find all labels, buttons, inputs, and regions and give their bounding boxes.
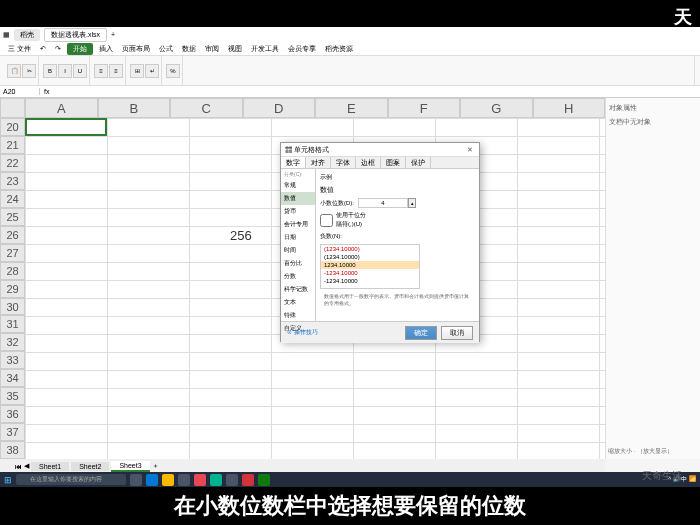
cat-special[interactable]: 特殊	[281, 309, 315, 322]
taskbar-search[interactable]: 在这里输入你要搜索的内容	[16, 474, 126, 485]
row-21[interactable]: 21	[0, 136, 25, 154]
ok-button[interactable]: 确定	[405, 326, 437, 340]
menu-member[interactable]: 会员专享	[285, 43, 319, 55]
row-25[interactable]: 25	[0, 208, 25, 226]
cat-accounting[interactable]: 会计专用	[281, 218, 315, 231]
row-31[interactable]: 31	[0, 315, 25, 333]
menu-view[interactable]: 视图	[225, 43, 245, 55]
row-38[interactable]: 38	[0, 441, 25, 459]
task-icon[interactable]	[242, 474, 254, 486]
italic-button[interactable]: I	[58, 64, 72, 78]
task-icon[interactable]	[210, 474, 222, 486]
format-button[interactable]: %	[166, 64, 180, 78]
merge-button[interactable]: ⊞	[130, 64, 144, 78]
row-37[interactable]: 37	[0, 423, 25, 441]
underline-button[interactable]: U	[73, 64, 87, 78]
cat-date[interactable]: 日期	[281, 231, 315, 244]
col-A[interactable]: A	[25, 98, 98, 118]
col-B[interactable]: B	[98, 98, 171, 118]
row-20[interactable]: 20	[0, 118, 25, 136]
tab-number[interactable]: 数字	[281, 157, 306, 168]
sheet-tab-3[interactable]: Sheet3	[111, 461, 149, 472]
row-29[interactable]: 29	[0, 280, 25, 298]
cat-fraction[interactable]: 分数	[281, 270, 315, 283]
row-30[interactable]: 30	[0, 298, 25, 316]
spinner-up-icon[interactable]: ▴	[408, 198, 416, 208]
sheet-nav-prev-icon[interactable]: ◀	[24, 462, 29, 470]
cut-button[interactable]: ✂	[22, 64, 36, 78]
menu-resource[interactable]: 稻壳资源	[322, 43, 356, 55]
sheet-tab-2[interactable]: Sheet2	[71, 462, 109, 471]
menu-redo-icon[interactable]: ↷	[52, 44, 64, 54]
col-G[interactable]: G	[460, 98, 533, 118]
neg-opt-4[interactable]: -1234.10000	[321, 277, 419, 285]
task-icon[interactable]	[226, 474, 238, 486]
menu-review[interactable]: 审阅	[202, 43, 222, 55]
tab-font[interactable]: 字体	[331, 157, 356, 168]
row-34[interactable]: 34	[0, 369, 25, 387]
menu-undo-icon[interactable]: ↶	[37, 44, 49, 54]
row-22[interactable]: 22	[0, 154, 25, 172]
sheet-tab-1[interactable]: Sheet1	[31, 462, 69, 471]
menu-formula[interactable]: 公式	[156, 43, 176, 55]
align-left-button[interactable]: ≡	[94, 64, 108, 78]
help-link[interactable]: ⊙ 操作技巧	[287, 328, 318, 337]
row-23[interactable]: 23	[0, 172, 25, 190]
align-center-button[interactable]: ≡	[109, 64, 123, 78]
tab-border[interactable]: 边框	[356, 157, 381, 168]
cat-general[interactable]: 常规	[281, 179, 315, 192]
menu-insert[interactable]: 插入	[96, 43, 116, 55]
decimal-input[interactable]	[358, 198, 408, 208]
col-F[interactable]: F	[388, 98, 461, 118]
task-icon[interactable]	[162, 474, 174, 486]
row-32[interactable]: 32	[0, 333, 25, 351]
task-icon[interactable]	[194, 474, 206, 486]
task-icon[interactable]	[146, 474, 158, 486]
add-sheet-button[interactable]: ＋	[152, 461, 159, 471]
menu-start[interactable]: 开始	[67, 43, 93, 55]
menu-dev[interactable]: 开发工具	[248, 43, 282, 55]
col-C[interactable]: C	[170, 98, 243, 118]
cancel-button[interactable]: 取消	[441, 326, 473, 340]
cat-currency[interactable]: 货币	[281, 205, 315, 218]
bold-button[interactable]: B	[43, 64, 57, 78]
col-D[interactable]: D	[243, 98, 316, 118]
neg-opt-2[interactable]: 1234.10000	[321, 261, 419, 269]
cat-scientific[interactable]: 科学记数	[281, 283, 315, 296]
menu-layout[interactable]: 页面布局	[119, 43, 153, 55]
start-button[interactable]: ⊞	[4, 475, 12, 485]
task-icon[interactable]	[178, 474, 190, 486]
col-H[interactable]: H	[533, 98, 606, 118]
category-list[interactable]: 分类(C): 常规 数值 货币 会计专用 日期 时间 百分比 分数 科学记数 文…	[281, 169, 316, 321]
col-E[interactable]: E	[315, 98, 388, 118]
cat-text[interactable]: 文本	[281, 296, 315, 309]
sheet-nav-first-icon[interactable]: ⏮	[15, 463, 22, 470]
menu-file[interactable]: 三 文件	[5, 43, 34, 55]
fx-icon[interactable]: fx	[40, 88, 53, 95]
row-35[interactable]: 35	[0, 387, 25, 405]
row-24[interactable]: 24	[0, 190, 25, 208]
row-28[interactable]: 28	[0, 262, 25, 280]
decimal-spinner[interactable]: ▴	[358, 198, 416, 208]
tab-protect[interactable]: 保护	[406, 157, 431, 168]
cat-number[interactable]: 数值	[281, 192, 315, 205]
negative-listbox[interactable]: (1234.10000) (1234.10000) 1234.10000 -12…	[320, 244, 420, 289]
doc-tab-1[interactable]: 数据透视表.xlsx	[44, 28, 107, 42]
active-cell[interactable]	[25, 118, 107, 136]
row-33[interactable]: 33	[0, 351, 25, 369]
cat-percent[interactable]: 百分比	[281, 257, 315, 270]
menu-data[interactable]: 数据	[179, 43, 199, 55]
name-box[interactable]: A20	[0, 88, 40, 95]
tab-pattern[interactable]: 图案	[381, 157, 406, 168]
tab-align[interactable]: 对齐	[306, 157, 331, 168]
row-36[interactable]: 36	[0, 405, 25, 423]
neg-opt-3[interactable]: -1234.10000	[321, 269, 419, 277]
close-icon[interactable]: ✕	[465, 145, 475, 155]
wrap-button[interactable]: ↵	[145, 64, 159, 78]
paste-button[interactable]: 📋	[7, 64, 21, 78]
doc-tab-0[interactable]: 稻壳	[14, 29, 40, 41]
neg-opt-1[interactable]: (1234.10000)	[321, 253, 419, 261]
neg-opt-0[interactable]: (1234.10000)	[321, 245, 419, 253]
separator-checkbox[interactable]	[320, 214, 333, 227]
row-26[interactable]: 26	[0, 226, 25, 244]
